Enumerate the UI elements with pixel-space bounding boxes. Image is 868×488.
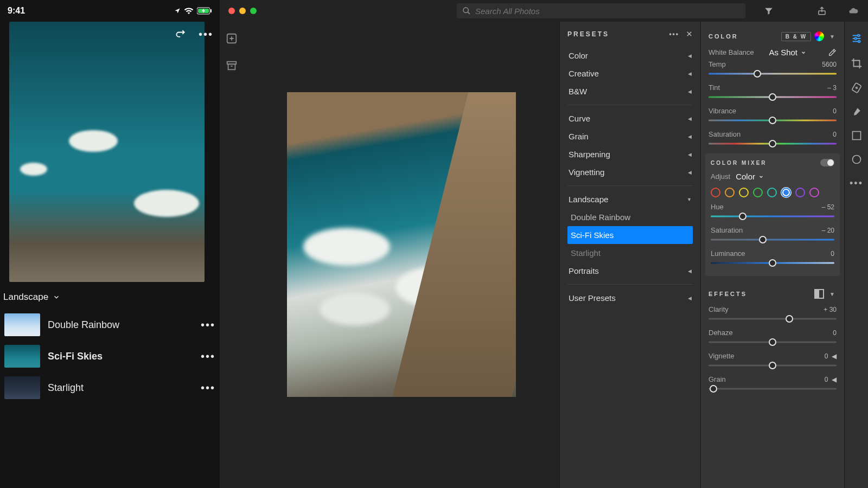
preset-item[interactable]: Starlight	[567, 244, 693, 262]
section-color-title: COLOR	[709, 33, 738, 40]
more-icon[interactable]: •••	[199, 28, 213, 41]
linear-gradient-icon[interactable]	[851, 130, 862, 141]
more-icon[interactable]: •••	[201, 382, 215, 394]
slider-value: – 3	[827, 84, 837, 92]
archive-icon[interactable]	[226, 60, 238, 72]
preset-item[interactable]: Double Rainbow	[567, 208, 693, 226]
split-view-icon[interactable]	[814, 289, 824, 299]
preset-group-landscape[interactable]: Landscape▼	[567, 190, 693, 208]
presets-close-icon[interactable]	[686, 30, 693, 38]
slider-luminance[interactable]	[711, 259, 834, 267]
filter-icon[interactable]	[764, 6, 774, 16]
mobile-preset-group[interactable]: Landscape	[2, 288, 218, 309]
color-swatch[interactable]	[781, 188, 791, 197]
brush-icon[interactable]	[851, 106, 862, 117]
color-swatch[interactable]	[767, 188, 777, 197]
color-swatch[interactable]	[809, 188, 819, 197]
search-input[interactable]	[475, 7, 740, 16]
preset-group[interactable]: B&W◀	[567, 82, 693, 100]
more-icon[interactable]: •••	[201, 319, 215, 331]
bw-button[interactable]: B & W	[781, 32, 811, 41]
slider-vignette[interactable]	[709, 361, 837, 370]
svg-rect-7	[228, 64, 235, 69]
preset-group[interactable]: Curve◀	[567, 110, 693, 127]
add-photo-icon[interactable]	[226, 33, 238, 44]
slider-saturation[interactable]	[709, 139, 837, 148]
color-swatch[interactable]	[739, 188, 749, 197]
slider-value: 0	[833, 107, 837, 115]
slider-saturation[interactable]	[711, 235, 834, 244]
preset-group[interactable]: Creative◀	[567, 65, 693, 82]
adjust-label: Adjust	[711, 172, 730, 181]
redo-icon[interactable]	[174, 28, 188, 41]
preset-group[interactable]: Color◀	[567, 47, 693, 65]
preset-thumb	[4, 376, 40, 399]
preset-group-user[interactable]: User Presets◀	[567, 289, 693, 307]
window-controls[interactable]	[228, 8, 257, 14]
slider-temp[interactable]	[709, 69, 837, 78]
slider-value: 0	[833, 131, 837, 138]
preset-group[interactable]: Grain◀	[567, 127, 693, 145]
color-swatch[interactable]	[725, 188, 735, 197]
svg-point-3	[463, 8, 468, 12]
heal-icon[interactable]	[851, 82, 862, 93]
slider-value: 0 ◀	[825, 352, 837, 360]
slider-value: 0 ◀	[825, 376, 837, 383]
preset-item[interactable]: Sci-Fi Skies	[567, 226, 693, 244]
slider-hue[interactable]	[711, 212, 834, 221]
more-icon[interactable]: •••	[850, 178, 863, 189]
search-bar[interactable]	[457, 3, 745, 18]
right-toolstrip: •••	[844, 22, 868, 488]
mobile-photo-preview[interactable]	[9, 22, 205, 282]
close-window[interactable]	[228, 8, 235, 14]
share-icon[interactable]	[817, 6, 827, 16]
preset-group[interactable]: Sharpening◀	[567, 145, 693, 163]
presets-more-icon[interactable]: •••	[669, 30, 679, 38]
triangle-left-icon: ◀	[688, 116, 692, 121]
color-wheel-icon[interactable]	[814, 31, 824, 41]
white-balance-dropdown[interactable]: As Shot	[769, 48, 806, 57]
slider-value: – 52	[822, 203, 834, 211]
color-swatch[interactable]	[795, 188, 805, 197]
photo-canvas[interactable]	[244, 22, 559, 488]
edit-sliders-icon[interactable]	[851, 33, 863, 44]
radial-gradient-icon[interactable]	[851, 154, 862, 165]
slider-dehaze[interactable]	[709, 338, 837, 346]
mixer-toggle[interactable]	[820, 159, 834, 166]
chevron-down-icon: ▼	[687, 197, 692, 202]
svg-point-8	[857, 35, 859, 37]
slider-grain[interactable]	[709, 384, 837, 393]
chevron-down-icon[interactable]: ▼	[827, 291, 837, 297]
preset-label: Starlight	[48, 382, 193, 394]
crop-icon[interactable]	[851, 57, 863, 69]
slider-label: Grain	[709, 375, 726, 383]
slider-clarity[interactable]	[709, 314, 837, 323]
eyedropper-icon[interactable]	[828, 48, 837, 57]
cloud-icon[interactable]	[847, 6, 859, 16]
slider-label: Temp	[709, 60, 726, 68]
preset-group[interactable]: Vignetting◀	[567, 163, 693, 181]
zoom-window[interactable]	[250, 8, 257, 14]
slider-value: 0	[831, 250, 834, 258]
slider-label: Saturation	[711, 226, 743, 234]
adjust-dropdown[interactable]: Color	[736, 172, 764, 181]
preset-group-portraits[interactable]: Portraits◀	[567, 262, 693, 280]
minimize-window[interactable]	[239, 8, 246, 14]
slider-tint[interactable]	[709, 93, 837, 101]
chevron-down-icon[interactable]: ▼	[827, 34, 837, 40]
color-swatch[interactable]	[711, 188, 720, 197]
mobile-preset-item[interactable]: Starlight •••	[2, 372, 218, 403]
battery-icon	[197, 7, 212, 15]
mobile-preset-item[interactable]: Double Rainbow •••	[2, 309, 218, 341]
main-photo	[287, 92, 516, 397]
mixer-title: COLOR MIXER	[711, 160, 767, 166]
slider-value: – 20	[822, 227, 834, 234]
mobile-preset-item[interactable]: Sci-Fi Skies •••	[2, 341, 218, 372]
triangle-left-icon: ◀	[688, 71, 692, 76]
triangle-left-icon: ◀	[688, 152, 692, 157]
more-icon[interactable]: •••	[201, 350, 215, 363]
slider-vibrance[interactable]	[709, 116, 837, 125]
color-swatch[interactable]	[753, 188, 763, 197]
color-mixer-section: COLOR MIXER Adjust Color Hue – 52 Satura…	[705, 153, 840, 276]
slider-label: Saturation	[709, 130, 741, 138]
